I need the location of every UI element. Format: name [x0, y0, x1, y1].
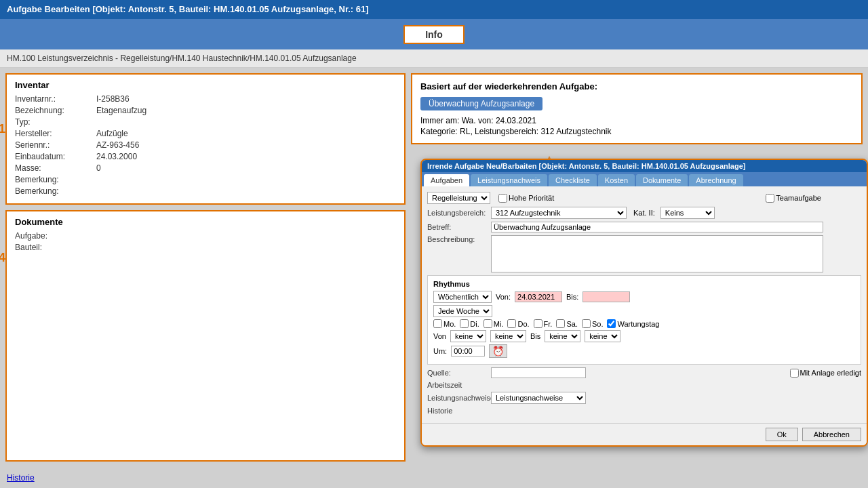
inventar-label-bemerkung1: Bemerkung: — [15, 175, 96, 184]
breadcrumb: HM.100 Leistungsverzeichnis - Regelleist… — [0, 49, 868, 68]
inventar-row-bezeichnung: Bezeichnung: Etagenaufzug — [15, 106, 396, 115]
leistungsnachweise-dropdown[interactable]: Leistungsnachweise — [491, 392, 586, 404]
dokumente-row-aufgabe: Aufgabe: — [15, 231, 396, 241]
von2-label: Von — [433, 332, 446, 340]
dokumente-title: Dokumente — [15, 217, 396, 227]
day-sa-checkbox[interactable] — [556, 319, 565, 328]
tab-leistungsnachweis[interactable]: Leistungsnachweis — [471, 174, 547, 186]
tab-checkliste[interactable]: Checkliste — [549, 174, 597, 186]
von-label: Von: — [496, 293, 511, 301]
von-date-input[interactable] — [515, 291, 562, 302]
kat-dropdown[interactable]: Keins — [660, 207, 715, 219]
form-row-betreff: Betreff: — [427, 222, 861, 232]
rhythmus-row-von-bis: Von keine keine Bis keine keine — [433, 330, 855, 342]
inventar-value-bezeichnung: Etagenaufzug — [96, 106, 146, 115]
betreff-label: Betreff: — [427, 223, 488, 231]
tab-dokumente[interactable]: Dokumente — [636, 174, 688, 186]
day-fr-label[interactable]: Fr. — [534, 319, 553, 328]
day-mo-checkbox[interactable] — [433, 319, 442, 328]
inventar-label-bezeichnung: Bezeichnung: — [15, 106, 96, 115]
form-row-historie: Historie — [427, 407, 861, 415]
historie-link[interactable]: Historie — [7, 473, 35, 483]
inventar-label-einbaudatum: Einbaudatum: — [15, 152, 96, 161]
form-row-beschreibung: Beschreibung: — [427, 235, 861, 272]
day-do-checkbox[interactable] — [507, 319, 516, 328]
form-row-leistungsnachweise: Leistungsnachweise Leistungsnachweise — [427, 392, 861, 404]
wartungstag-checkbox[interactable] — [607, 319, 616, 328]
leistungsbereich-label: Leistungsbereich: — [427, 209, 488, 217]
tab-aufgaben[interactable]: Aufgaben — [424, 174, 469, 186]
day-fr-checkbox[interactable] — [534, 319, 542, 328]
bis2-to-dropdown[interactable]: keine — [585, 330, 620, 342]
day-sa-label[interactable]: Sa. — [556, 319, 578, 328]
inventar-value-hersteller: Aufzügle — [96, 129, 128, 138]
team-aufgabe-checkbox-label[interactable]: Teamaufgabe — [766, 194, 821, 203]
rhythmus-dropdown[interactable]: Wöchentlich — [433, 291, 492, 303]
rhythmus-row-2: Jede Woche — [433, 305, 855, 317]
info-button[interactable]: Info — [403, 25, 465, 44]
form-row-arbeitszeit: Arbeitszeit — [427, 381, 861, 389]
inventar-row-seriennr: Seriennr.: AZ-963-456 — [15, 140, 396, 150]
form-row-leistungsbereich: Leistungsbereich: 312 Aufzugstechnik Kat… — [427, 207, 861, 219]
tab-kosten[interactable]: Kosten — [598, 174, 635, 186]
team-aufgabe-checkbox[interactable] — [766, 194, 774, 203]
inventar-title: Inventar — [15, 80, 396, 90]
day-so-checkbox[interactable] — [582, 319, 591, 328]
rhythmus-row-1: Wöchentlich Von: Bis: — [433, 291, 855, 303]
day-mi-checkbox[interactable] — [484, 319, 492, 328]
dokumente-label-aufgabe: Aufgabe: — [15, 231, 96, 241]
recurring-link[interactable]: Überwachung Aufzugsanlage — [420, 97, 542, 110]
beschreibung-textarea[interactable] — [491, 235, 823, 272]
inventar-row-typ: Typ: — [15, 117, 396, 127]
day-so-label[interactable]: So. — [582, 319, 604, 328]
leistungsbereich-dropdown[interactable]: 312 Aufzugstechnik — [491, 207, 627, 219]
day-do-label[interactable]: Do. — [507, 319, 529, 328]
dialog-titlebar: lrrende Aufgabe Neu/Barbaiten [Objekt: A… — [422, 160, 867, 172]
von2-to-dropdown[interactable]: keine — [490, 330, 526, 342]
jede-woche-dropdown[interactable]: Jede Woche — [433, 305, 492, 317]
inventar-row-hersteller: Hersteller: Aufzügle — [15, 129, 396, 138]
mit-anlage-label[interactable]: Mit Anlage erledigt — [790, 369, 862, 378]
recurring-title: Basiert auf der wiederkehrenden Aufgabe: — [420, 81, 853, 92]
annotation-4: 4 — [0, 251, 5, 265]
von2-from-dropdown[interactable]: keine — [450, 330, 486, 342]
title-bar: Aufgabe Bearbeiten [Objekt: Antonstr. 5,… — [0, 0, 868, 19]
quelle-input[interactable] — [491, 367, 586, 378]
quelle-label: Quelle: — [427, 369, 488, 377]
high-priority-checkbox-label[interactable]: Hohe Priorität — [498, 194, 554, 203]
wartungstag-label[interactable]: Wartungstag — [607, 319, 659, 328]
inventar-row-bemerkung2: Bemerkung: — [15, 186, 396, 196]
recurring-line2: Kategorie: RL, Leistungsbereich: 312 Auf… — [420, 127, 853, 136]
rhythmus-section: Rhythmus Wöchentlich Von: Bis: Jede Woch… — [427, 275, 861, 365]
abbrechen-button[interactable]: Abbrechen — [802, 428, 861, 441]
inventar-label-inventarnr: Inventarnr.: — [15, 94, 96, 104]
bis-label: Bis: — [566, 293, 578, 301]
high-priority-checkbox[interactable] — [498, 194, 507, 203]
inventar-label-masse: Masse: — [15, 163, 96, 173]
arbeitszeit-label: Arbeitszeit — [427, 381, 488, 389]
dialog-overlay: lrrende Aufgabe Neu/Barbaiten [Objekt: A… — [420, 159, 868, 447]
dokumente-panel: Dokumente Aufgabe: Bauteil: — [5, 210, 406, 462]
recurring-panel: Basiert auf der wiederkehrenden Aufgabe:… — [411, 73, 863, 144]
form-row-type: Regelleistung Hohe Priorität Teamaufgabe — [427, 192, 861, 204]
dialog-body: Regelleistung Hohe Priorität Teamaufgabe… — [422, 186, 867, 423]
day-di-checkbox[interactable] — [460, 319, 469, 328]
day-mo-label[interactable]: Mo. — [433, 319, 456, 328]
dokumente-label-bauteil: Bauteil: — [15, 243, 96, 252]
inventar-value-einbaudatum: 24.03.2000 — [96, 152, 137, 161]
betreff-input[interactable] — [491, 222, 823, 232]
ok-button[interactable]: Ok — [766, 428, 798, 441]
title-text: Aufgabe Bearbeiten [Objekt: Antonstr. 5,… — [7, 4, 369, 14]
bis2-from-dropdown[interactable]: keine — [545, 330, 580, 342]
tab-abrechnung[interactable]: Abrechnung — [689, 174, 743, 186]
mit-anlage-checkbox[interactable] — [790, 369, 799, 378]
um-input[interactable] — [451, 346, 485, 357]
day-di-label[interactable]: Di. — [460, 319, 479, 328]
day-mi-label[interactable]: Mi. — [484, 319, 504, 328]
annotation-1: 1 — [0, 122, 5, 136]
inventar-value-inventarnr: I-258B36 — [96, 94, 130, 104]
type-dropdown[interactable]: Regelleistung — [427, 192, 490, 204]
bis-date-input[interactable] — [583, 291, 630, 302]
inventar-label-typ: Typ: — [15, 117, 96, 127]
clock-icon: ⏰ — [489, 344, 507, 358]
